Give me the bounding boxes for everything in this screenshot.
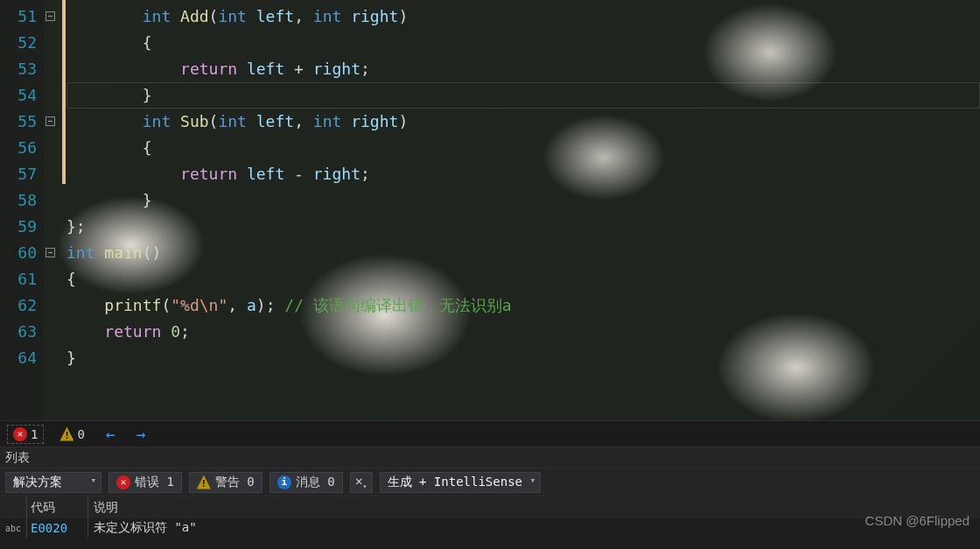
row-desc: 未定义标识符 "a" [88, 518, 980, 538]
error-row[interactable]: abc E0020 未定义标识符 "a" [0, 518, 980, 538]
status-warnings[interactable]: ! 0 [54, 426, 89, 443]
row-desc-text: 未定义标识符 "a" [94, 520, 197, 536]
line-number-gutter: 5152535455565758596061626364 [0, 0, 44, 420]
error-list-panel-title: 列表 [0, 447, 980, 468]
error-list-header: 代码 说明 [0, 496, 980, 518]
code-content[interactable]: int Add(int left, int right) { return le… [66, 0, 980, 420]
code-line[interactable]: return left - right; [66, 161, 980, 187]
error-list-filter-bar: 解决方案 ✕ 错误 1 ! 警告 0 i 消息 0 ✕▾ 生成 + Intell… [0, 468, 980, 496]
clear-filter-button[interactable]: ✕▾ [350, 472, 373, 493]
fold-column: −−− [44, 0, 61, 420]
line-number: 58 [0, 187, 37, 214]
code-line[interactable]: { [66, 266, 980, 292]
code-line[interactable]: int main() [66, 240, 980, 266]
col-code-header[interactable]: 代码 [26, 496, 88, 518]
info-icon: i [277, 475, 291, 489]
nav-prev-icon[interactable]: ← [101, 425, 121, 443]
filter-messages-label: 消息 0 [296, 475, 335, 490]
source-value: 生成 + IntelliSense [388, 475, 522, 489]
status-error-count: 1 [31, 427, 38, 441]
col-code-label: 代码 [31, 500, 55, 516]
line-number: 56 [0, 135, 37, 161]
row-code-text: E0020 [31, 521, 67, 535]
error-icon: ✕ [13, 427, 27, 441]
row-type-icon: abc [0, 518, 26, 538]
code-line[interactable]: return 0; [66, 319, 980, 345]
filter-warnings-label: 警告 0 [215, 475, 255, 490]
change-marker [62, 79, 66, 105]
line-number: 60 [0, 240, 37, 266]
line-number: 53 [0, 56, 37, 82]
line-number: 64 [0, 345, 37, 371]
line-number: 61 [0, 266, 37, 292]
code-line[interactable]: int Add(int left, int right) [66, 4, 980, 30]
warning-icon: ! [60, 427, 74, 441]
change-marker [62, 53, 66, 79]
code-line[interactable]: return left + right; [66, 56, 980, 82]
code-line[interactable]: int Sub(int left, int right) [66, 109, 980, 135]
change-marker [62, 26, 66, 53]
change-marker [62, 158, 66, 184]
filter-warnings-button[interactable]: ! 警告 0 [189, 472, 262, 493]
warning-icon: ! [197, 475, 211, 489]
line-number: 59 [0, 214, 37, 240]
code-line[interactable]: } [66, 345, 980, 371]
change-marker [62, 105, 66, 131]
code-line[interactable]: }; [66, 214, 980, 240]
fold-toggle-icon[interactable]: − [46, 248, 55, 257]
line-number: 62 [0, 292, 37, 319]
line-number: 52 [0, 30, 37, 56]
code-line[interactable]: { [66, 30, 980, 56]
change-marker [62, 0, 66, 26]
filter-messages-button[interactable]: i 消息 0 [270, 472, 343, 493]
line-number: 51 [0, 4, 37, 30]
code-editor[interactable]: 5152535455565758596061626364 −−− int Add… [0, 0, 980, 420]
status-warning-count: 0 [77, 427, 84, 441]
nav-next-icon[interactable]: → [131, 425, 151, 443]
scope-value: 解决方案 [13, 475, 62, 489]
filter-errors-button[interactable]: ✕ 错误 1 [108, 472, 182, 493]
source-dropdown[interactable]: 生成 + IntelliSense [380, 472, 541, 493]
line-number: 63 [0, 319, 37, 345]
panel-title-text: 列表 [5, 450, 30, 466]
row-icon-text: abc [5, 524, 21, 533]
fold-toggle-icon[interactable]: − [46, 116, 55, 126]
line-number: 55 [0, 109, 37, 135]
code-line[interactable]: } [66, 187, 980, 214]
col-icon[interactable] [0, 496, 26, 518]
change-marker [62, 131, 66, 158]
code-line[interactable]: } [66, 82, 980, 109]
col-desc-label: 说明 [94, 500, 118, 516]
error-icon: ✕ [116, 475, 130, 489]
filter-icon: ✕▾ [355, 474, 367, 490]
line-number: 54 [0, 82, 37, 109]
status-errors[interactable]: ✕ 1 [7, 425, 44, 444]
fold-toggle-icon[interactable]: − [46, 11, 55, 21]
scope-dropdown[interactable]: 解决方案 [5, 472, 102, 493]
row-code: E0020 [26, 518, 88, 538]
filter-errors-label: 错误 1 [135, 475, 174, 490]
code-line[interactable]: { [66, 135, 980, 161]
col-desc-header[interactable]: 说明 [88, 496, 980, 518]
line-number: 57 [0, 161, 37, 187]
code-line[interactable]: printf("%d\n", a); // 该语句编译出错，无法识别a [66, 292, 980, 319]
status-bar: ✕ 1 ! 0 ← → [0, 420, 980, 447]
